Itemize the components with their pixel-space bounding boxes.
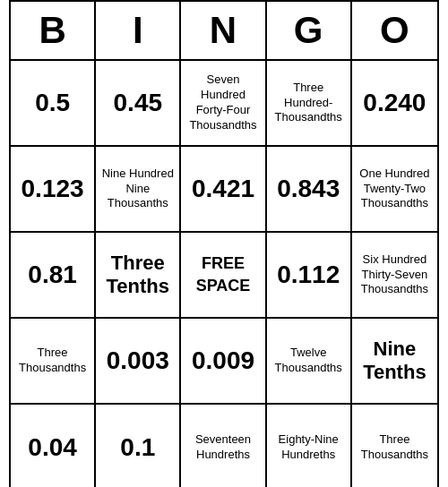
cell-content: 0.123 bbox=[22, 174, 84, 204]
cell-content: 0.421 bbox=[192, 174, 254, 204]
bingo-cell: FREE SPACE bbox=[181, 233, 266, 319]
cell-content: Three Thousandths bbox=[356, 432, 434, 463]
bingo-cell: 0.009 bbox=[181, 319, 266, 405]
cell-content: Twelve Thousandths bbox=[271, 346, 347, 376]
cell-content: Three Thousandths bbox=[14, 346, 90, 376]
bingo-header: BINGO bbox=[11, 2, 437, 61]
cell-content: 0.1 bbox=[120, 432, 155, 463]
cell-content: 0.009 bbox=[192, 346, 254, 376]
cell-content: Eighty-Nine Hundreths bbox=[271, 432, 347, 463]
bingo-cell: Three Hundred-Thousandths bbox=[267, 61, 352, 147]
bingo-cell: Twelve Thousandths bbox=[267, 319, 352, 405]
cell-content: Seventeen Hundreths bbox=[185, 432, 261, 463]
bingo-cell: Seventeen Hundreths bbox=[181, 405, 266, 487]
bingo-cell: 0.1 bbox=[96, 405, 181, 487]
header-letter: B bbox=[11, 2, 96, 59]
bingo-cell: Three Tenths bbox=[96, 233, 181, 319]
bingo-cell: Three Thousandths bbox=[352, 405, 437, 487]
header-letter: G bbox=[267, 2, 352, 59]
header-letter: O bbox=[352, 2, 437, 59]
bingo-cell: 0.81 bbox=[11, 233, 96, 319]
bingo-cell: 0.421 bbox=[181, 147, 266, 233]
bingo-cell: 0.5 bbox=[11, 61, 96, 147]
bingo-cell: 0.003 bbox=[96, 319, 181, 405]
cell-content: Three Hundred-Thousandths bbox=[271, 81, 347, 126]
bingo-cell: 0.123 bbox=[11, 147, 96, 233]
cell-content: 0.45 bbox=[114, 88, 163, 118]
bingo-cell: Eighty-Nine Hundreths bbox=[267, 405, 352, 487]
cell-content: Three Tenths bbox=[99, 252, 176, 299]
cell-content: FREE SPACE bbox=[185, 252, 261, 297]
bingo-cell: Nine Hundred Nine Thousanths bbox=[96, 147, 181, 233]
cell-content: Nine Hundred Nine Thousanths bbox=[99, 167, 176, 212]
bingo-card: BINGO 0.50.45Seven Hundred Forty-Four Th… bbox=[9, 0, 439, 487]
bingo-cell: 0.112 bbox=[267, 233, 352, 319]
bingo-cell: Nine Tenths bbox=[352, 319, 437, 405]
header-letter: I bbox=[96, 2, 181, 59]
bingo-cell: One Hundred Twenty-Two Thousandths bbox=[352, 147, 437, 233]
bingo-cell: Three Thousandths bbox=[11, 319, 96, 405]
cell-content: 0.843 bbox=[277, 174, 340, 204]
bingo-cell: 0.843 bbox=[267, 147, 352, 233]
cell-content: 0.5 bbox=[35, 88, 70, 118]
bingo-cell: 0.45 bbox=[96, 61, 181, 147]
bingo-cell: Six Hundred Thirty-Seven Thousandths bbox=[352, 233, 437, 319]
cell-content: Nine Tenths bbox=[356, 337, 434, 385]
bingo-grid: 0.50.45Seven Hundred Forty-Four Thousand… bbox=[11, 61, 437, 487]
cell-content: 0.003 bbox=[107, 346, 169, 376]
header-letter: N bbox=[181, 2, 266, 59]
bingo-cell: 0.240 bbox=[352, 61, 437, 147]
cell-content: Seven Hundred Forty-Four Thousandths bbox=[185, 73, 261, 133]
bingo-cell: 0.04 bbox=[11, 405, 96, 487]
cell-content: 0.240 bbox=[363, 88, 426, 118]
cell-content: 0.81 bbox=[28, 260, 77, 290]
cell-content: 0.04 bbox=[28, 432, 77, 463]
cell-content: Six Hundred Thirty-Seven Thousandths bbox=[356, 252, 434, 298]
cell-content: One Hundred Twenty-Two Thousandths bbox=[356, 167, 434, 212]
cell-content: 0.112 bbox=[277, 260, 340, 290]
bingo-cell: Seven Hundred Forty-Four Thousandths bbox=[181, 61, 266, 147]
